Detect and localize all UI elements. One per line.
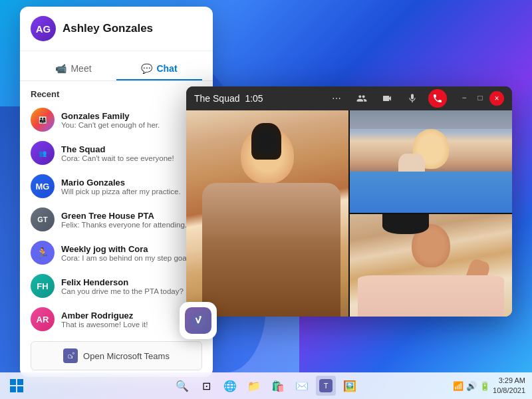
file-explorer-icon[interactable]: 📁	[244, 376, 264, 396]
recent-label: Recent	[20, 81, 213, 103]
tabs-container: 📹 Meet 💬 Chat	[20, 51, 213, 81]
avatar: 👥	[31, 141, 55, 165]
avatar: MG	[31, 174, 55, 198]
contact-preview: Felix: Thanks everyone for attending.	[61, 221, 202, 229]
list-item[interactable]: GT Green Tree House PTA Felix: Thanks ev…	[20, 203, 213, 236]
tab-meet[interactable]: 📹 Meet	[31, 58, 116, 80]
tab-meet-label: Meet	[70, 63, 91, 74]
profile-initials: AG	[36, 23, 51, 35]
taskbar: 🔍 ⊡ 🌐 📁 🛍️ ✉️ T 🖼️ 📶 🔊 🔋 3:29 AM 10/8/20…	[0, 372, 532, 399]
svg-point-1	[200, 316, 201, 318]
battery-icon: 🔋	[479, 381, 490, 391]
contact-preview: You: Can't get enough of her.	[61, 121, 202, 129]
maximize-button[interactable]: □	[473, 91, 487, 104]
profile-header: AG Ashley Gonzales	[20, 7, 213, 51]
contact-preview: Cora: Can't wait to see everyone!	[61, 154, 202, 162]
avatar-initials: MG	[36, 182, 50, 192]
teams-icon-large	[185, 307, 211, 334]
contact-list: 👨‍👩‍👧 Gonzales Family You: Can't get eno…	[20, 103, 213, 336]
teams-float-icon[interactable]	[180, 302, 217, 339]
avatar: FH	[31, 274, 55, 298]
call-title: The Squad 1:05	[194, 93, 263, 104]
titlebar-controls: − □ ×	[458, 91, 504, 106]
video-cell-right	[186, 110, 348, 317]
video-grid	[186, 110, 512, 317]
task-view-button[interactable]: ⊡	[196, 376, 216, 396]
avatar: 👨‍👩‍👧	[31, 108, 55, 132]
avatar-initials: AR	[37, 315, 49, 325]
participants-button[interactable]	[352, 89, 371, 108]
search-taskbar-button[interactable]: 🔍	[172, 376, 192, 396]
video-call-window: The Squad 1:05 ⋯	[186, 86, 512, 317]
contact-name: Gonzales Family	[61, 111, 202, 121]
photos-icon[interactable]: 🖼️	[340, 376, 360, 396]
svg-point-0	[191, 313, 205, 328]
chat-icon: 💬	[141, 63, 152, 74]
contact-name: Felix Henderson	[61, 277, 202, 287]
call-controls: ⋯	[327, 89, 447, 108]
minimize-button[interactable]: −	[458, 91, 471, 104]
call-timer: 1:05	[245, 93, 263, 104]
contact-name: Green Tree House PTA	[61, 211, 202, 221]
contact-name: Weekly jog with Cora	[61, 244, 202, 254]
list-item[interactable]: 🏃 Weekly jog with Cora Cora: I am so beh…	[20, 236, 213, 269]
video-titlebar: The Squad 1:05 ⋯	[186, 86, 512, 110]
store-icon[interactable]: 🛍️	[268, 376, 288, 396]
contact-preview: Cora: I am so behind on my step goals.	[61, 254, 202, 262]
mic-button[interactable]	[403, 89, 422, 108]
open-teams-button[interactable]: Open Microsoft Teams	[31, 341, 202, 370]
system-clock[interactable]: 3:29 AM 10/8/2021	[493, 376, 525, 396]
taskbar-center: 🔍 ⊡ 🌐 📁 🛍️ ✉️ T 🖼️	[172, 376, 360, 396]
contact-name: Mario Gonzales	[61, 178, 202, 188]
avatar: GT	[31, 207, 55, 231]
list-item[interactable]: 👨‍👩‍👧 Gonzales Family You: Can't get eno…	[20, 103, 213, 136]
end-call-button[interactable]	[428, 89, 447, 108]
system-tray-icons: 📶 🔊 🔋	[453, 381, 490, 391]
call-name: The Squad	[194, 93, 240, 104]
more-options-button[interactable]: ⋯	[327, 89, 346, 108]
contact-preview: Can you drive me to the PTA today?	[61, 287, 202, 295]
start-button[interactable]	[7, 376, 27, 396]
video-button[interactable]	[378, 89, 396, 108]
profile-name: Ashley Gonzales	[63, 22, 153, 35]
profile-avatar: AG	[31, 16, 56, 41]
volume-icon[interactable]: 🔊	[466, 381, 477, 391]
avatar: 🏃	[31, 241, 55, 265]
teams-icon	[63, 348, 78, 363]
taskbar-left	[7, 376, 27, 396]
open-teams-label: Open Microsoft Teams	[83, 351, 170, 361]
list-item[interactable]: MG Mario Gonzales Will pick up pizza aft…	[20, 170, 213, 203]
mail-icon[interactable]: ✉️	[292, 376, 312, 396]
taskbar-right: 📶 🔊 🔋 3:29 AM 10/8/2021	[453, 376, 525, 396]
network-icon[interactable]: 📶	[453, 381, 464, 391]
clock-date: 10/8/2021	[493, 386, 525, 396]
teams-taskbar-icon[interactable]: T	[316, 376, 336, 396]
meet-icon: 📹	[55, 63, 66, 74]
avatar-initials: FH	[37, 281, 48, 291]
video-cell-bottom-left	[350, 214, 512, 317]
tab-chat-label: Chat	[156, 63, 177, 74]
list-item[interactable]: FH Felix Henderson Can you drive me to t…	[20, 269, 213, 303]
contact-name: The Squad	[61, 144, 202, 154]
edge-icon[interactable]: 🌐	[220, 376, 240, 396]
clock-time: 3:29 AM	[493, 376, 525, 386]
avatar: AR	[31, 307, 55, 331]
video-cell-top-left	[350, 110, 512, 213]
list-item[interactable]: 👥 The Squad Cora: Can't wait to see ever…	[20, 136, 213, 170]
contact-preview: Will pick up pizza after my practice.	[61, 188, 202, 196]
close-button[interactable]: ×	[489, 91, 504, 106]
tab-chat[interactable]: 💬 Chat	[116, 58, 202, 80]
